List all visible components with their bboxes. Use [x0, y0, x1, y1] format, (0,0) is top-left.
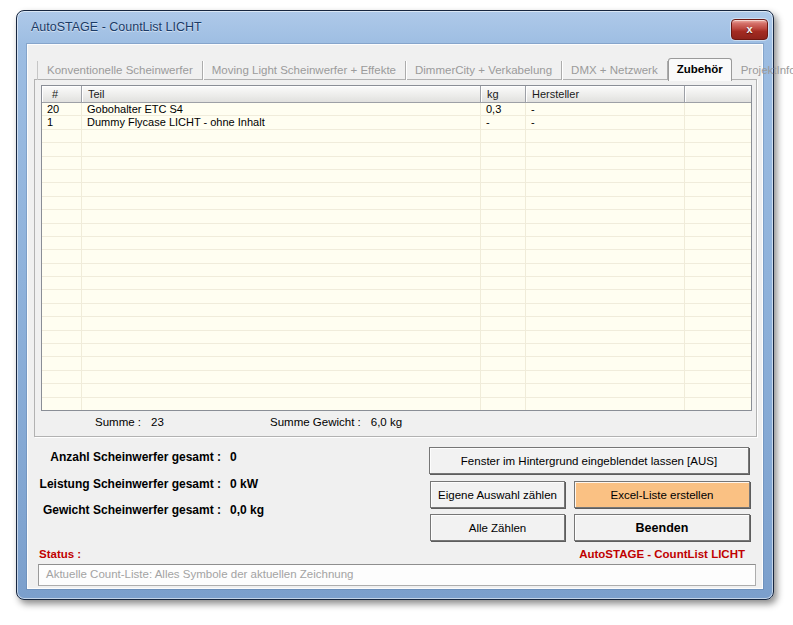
- table-cell: [82, 130, 481, 143]
- table-row: [42, 331, 751, 344]
- table-cell: [82, 143, 481, 156]
- table-cell: [685, 224, 751, 237]
- table-row: [42, 264, 751, 277]
- table-cell: [42, 210, 82, 223]
- total-row: Anzahl Scheinwerfer gesamt :0: [28, 450, 288, 477]
- table-cell: [42, 250, 82, 263]
- table-cell: [481, 317, 526, 330]
- total-label: Leistung Scheinwerfer gesamt :: [28, 477, 221, 504]
- background-toggle-button[interactable]: Fenster im Hintergrund eingeblendet lass…: [429, 447, 749, 474]
- app-window: AutoSTAGE - CountList LICHT x Konvention…: [16, 10, 774, 600]
- column-header[interactable]: kg: [481, 86, 526, 103]
- sum-count-label: Summe :: [95, 416, 141, 428]
- column-header[interactable]: #: [42, 86, 82, 103]
- total-value: 0 kW: [230, 477, 258, 504]
- table-cell: [481, 277, 526, 290]
- tab-dmx-netzwerk[interactable]: DMX + Netzwerk: [562, 61, 668, 80]
- table-cell: [82, 264, 481, 277]
- table-cell: -: [526, 116, 685, 129]
- table-cell: 1: [42, 116, 82, 129]
- table-cell: [685, 398, 751, 411]
- close-button[interactable]: x: [731, 19, 768, 40]
- tab-moving-light-scheinwerfer[interactable]: Moving Light Scheinwerfer + Effekte: [203, 61, 406, 80]
- table-cell: [42, 304, 82, 317]
- close-icon: x: [746, 23, 752, 35]
- quit-button[interactable]: Beenden: [574, 514, 750, 541]
- table-cell: [481, 344, 526, 357]
- table-cell: [526, 250, 685, 263]
- table-row: [42, 317, 751, 330]
- table-cell: [526, 384, 685, 397]
- count-all-button[interactable]: Alle Zählen: [430, 514, 565, 541]
- table-row[interactable]: 20Gobohalter ETC S40,3-: [42, 103, 751, 116]
- table-row: [42, 371, 751, 384]
- total-value: 0,0 kg: [230, 503, 264, 530]
- table-cell: [481, 143, 526, 156]
- table-cell: [685, 290, 751, 303]
- parts-table[interactable]: #TeilkgHersteller 20Gobohalter ETC S40,3…: [41, 85, 752, 411]
- table-cell: [526, 304, 685, 317]
- table-cell: [42, 371, 82, 384]
- table-cell: [481, 304, 526, 317]
- table-cell: -: [481, 116, 526, 129]
- create-excel-button[interactable]: Excel-Liste erstellen: [574, 481, 750, 508]
- table-cell: [685, 344, 751, 357]
- table-cell: [82, 170, 481, 183]
- table-cell: [685, 116, 751, 129]
- table-cell: [481, 331, 526, 344]
- window-title: AutoSTAGE - CountList LICHT: [31, 20, 202, 34]
- tab-projektinfo[interactable]: ProjektInfo: [732, 61, 793, 80]
- status-app-name: AutoSTAGE - CountList LICHT: [579, 548, 745, 560]
- total-label: Anzahl Scheinwerfer gesamt :: [28, 450, 221, 477]
- column-header[interactable]: Hersteller: [526, 86, 685, 103]
- table-cell: [82, 384, 481, 397]
- table-row[interactable]: 1Dummy Flycase LICHT - ohne Inhalt--: [42, 116, 751, 129]
- table-cell: [42, 357, 82, 370]
- table-cell: -: [526, 103, 685, 116]
- table-cell: [685, 170, 751, 183]
- table-cell: [526, 290, 685, 303]
- table-cell: [82, 250, 481, 263]
- count-selection-button[interactable]: Eigene Auswahl zählen: [430, 481, 565, 508]
- table-cell: [82, 371, 481, 384]
- table-cell: [526, 210, 685, 223]
- table-row: [42, 143, 751, 156]
- table-cell: [481, 157, 526, 170]
- tab-konventionelle-scheinwerfer[interactable]: Konventionelle Scheinwerfer: [37, 61, 203, 80]
- table-cell: [82, 304, 481, 317]
- table-cell: [526, 344, 685, 357]
- sum-weight-value: 6,0 kg: [371, 416, 402, 428]
- table-cell: [685, 210, 751, 223]
- tab-strip: Konventionelle ScheinwerferMoving Light …: [37, 57, 793, 80]
- table-row: [42, 304, 751, 317]
- status-message-field[interactable]: Aktuelle Count-Liste: Alles Symbole der …: [38, 564, 756, 586]
- title-bar[interactable]: AutoSTAGE - CountList LICHT: [17, 11, 773, 44]
- table-cell: [82, 357, 481, 370]
- table-cell: [526, 371, 685, 384]
- table-row: [42, 130, 751, 143]
- column-header[interactable]: [685, 86, 751, 103]
- table-cell: Gobohalter ETC S4: [82, 103, 481, 116]
- sum-count-value: 23: [151, 416, 164, 428]
- table-cell: [42, 384, 82, 397]
- table-cell: [42, 183, 82, 196]
- tab-dimmercity-verkabelung[interactable]: DimmerCity + Verkabelung: [406, 61, 562, 80]
- table-cell: [42, 344, 82, 357]
- table-cell: [42, 130, 82, 143]
- table-cell: [481, 197, 526, 210]
- tab-zubehoer[interactable]: Zubehör: [668, 58, 732, 81]
- table-cell: [42, 224, 82, 237]
- status-label: Status :: [39, 548, 81, 560]
- table-cell: [82, 183, 481, 196]
- table-cell: [481, 290, 526, 303]
- column-header[interactable]: Teil: [82, 86, 481, 103]
- table-cell: [481, 224, 526, 237]
- table-row: [42, 237, 751, 250]
- table-cell: [685, 371, 751, 384]
- table-row: [42, 183, 751, 196]
- table-cell: [481, 250, 526, 263]
- table-cell: [685, 331, 751, 344]
- table-cell: [526, 357, 685, 370]
- table-cell: [42, 157, 82, 170]
- total-value: 0: [230, 450, 237, 477]
